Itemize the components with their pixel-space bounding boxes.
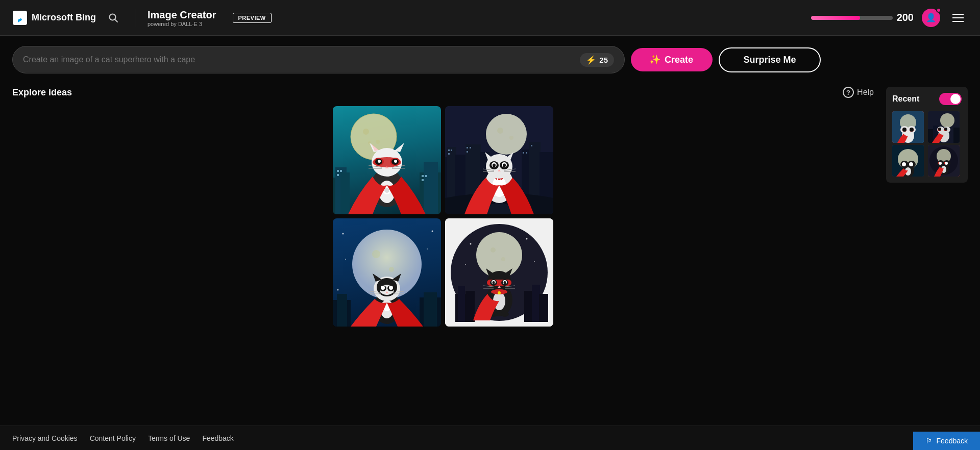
svg-rect-83 xyxy=(451,149,452,151)
help-label: Help xyxy=(857,88,874,97)
svg-point-187 xyxy=(945,162,948,165)
boost-count-area: 200 xyxy=(811,12,914,23)
svg-point-128 xyxy=(501,312,509,317)
feedback-fixed-label: Feedback xyxy=(937,437,968,445)
header: Microsoft Bing Image Creator powered by … xyxy=(0,0,980,36)
generated-image-3[interactable] xyxy=(333,218,441,327)
recent-thumb-4[interactable] xyxy=(928,145,960,177)
avatar-notification-dot xyxy=(936,8,941,13)
recent-label: Recent xyxy=(892,94,919,104)
user-avatar[interactable]: 👤 xyxy=(922,9,940,27)
bing-logo-icon xyxy=(12,10,28,26)
help-link-button[interactable]: ? Help xyxy=(843,87,874,98)
lightning-icon: ⚡ xyxy=(586,55,596,65)
main-content: Explore ideas ? Help xyxy=(0,79,980,335)
svg-rect-11 xyxy=(337,170,339,172)
svg-point-116 xyxy=(526,238,528,240)
recent-thumb-2[interactable] xyxy=(928,111,960,143)
svg-rect-82 xyxy=(448,149,450,151)
svg-line-2 xyxy=(115,19,117,22)
create-button[interactable]: ✨ Create xyxy=(631,48,713,71)
recent-thumb-2-svg xyxy=(928,111,960,143)
image-creator-branding: Image Creator powered by DALL·E 3 xyxy=(148,9,216,27)
feedback-footer-link[interactable]: Feedback xyxy=(202,434,241,442)
svg-rect-17 xyxy=(425,175,427,177)
generated-image-1[interactable] xyxy=(333,106,441,214)
svg-rect-12 xyxy=(340,170,342,172)
svg-point-5 xyxy=(363,129,369,135)
svg-point-64 xyxy=(389,286,393,290)
recent-thumb-4-svg xyxy=(928,145,960,177)
svg-point-113 xyxy=(491,247,496,253)
svg-point-176 xyxy=(909,162,913,166)
search-section: ⚡ 25 ✨ Create Surprise Me xyxy=(0,36,980,79)
svg-point-73 xyxy=(509,136,513,140)
recent-thumb-3-svg xyxy=(892,145,924,177)
bing-brand-text: Microsoft Bing xyxy=(32,12,96,23)
svg-rect-13 xyxy=(337,174,339,176)
svg-point-114 xyxy=(501,257,505,261)
generated-image-4[interactable] xyxy=(445,218,553,327)
svg-rect-15 xyxy=(424,162,438,214)
content-policy-link[interactable]: Content Policy xyxy=(90,434,144,442)
powered-by-label: powered by DALL·E 3 xyxy=(148,21,216,27)
preview-badge-button[interactable]: PREVIEW xyxy=(233,13,272,23)
svg-point-186 xyxy=(939,162,942,165)
create-button-icon: ✨ xyxy=(649,54,660,65)
terms-of-use-link[interactable]: Terms of Use xyxy=(148,434,198,442)
svg-point-32 xyxy=(378,160,381,163)
menu-hamburger-button[interactable] xyxy=(948,10,968,26)
svg-point-40 xyxy=(372,250,380,258)
svg-rect-84 xyxy=(448,153,450,155)
cat-image-1-svg xyxy=(333,106,441,214)
svg-rect-123 xyxy=(532,285,540,322)
svg-point-117 xyxy=(465,264,466,265)
help-circle-icon: ? xyxy=(843,87,854,98)
svg-rect-86 xyxy=(470,147,471,148)
explore-title: Explore ideas xyxy=(12,87,72,98)
search-icon-button[interactable] xyxy=(104,9,122,27)
svg-point-141 xyxy=(498,291,501,294)
boost-bar-fill xyxy=(811,16,860,20)
svg-point-104 xyxy=(503,164,506,167)
privacy-cookies-link[interactable]: Privacy and Cookies xyxy=(12,434,86,442)
feedback-fixed-button[interactable]: 🏳 Feedback xyxy=(913,432,980,450)
svg-point-41 xyxy=(389,267,394,272)
recent-toggle[interactable] xyxy=(939,93,962,105)
create-button-label: Create xyxy=(665,55,693,65)
recent-section: Recent xyxy=(886,87,968,183)
svg-point-175 xyxy=(902,162,906,166)
svg-rect-48 xyxy=(337,294,347,327)
svg-rect-87 xyxy=(467,151,468,153)
svg-point-154 xyxy=(910,128,914,132)
surprise-me-button[interactable]: Surprise Me xyxy=(719,47,821,72)
recent-thumb-1[interactable] xyxy=(892,111,924,143)
generated-image-2[interactable] xyxy=(445,106,553,214)
svg-point-165 xyxy=(938,128,941,131)
footer: Privacy and Cookies Content Policy Terms… xyxy=(0,426,980,450)
svg-point-6 xyxy=(376,140,380,144)
svg-rect-18 xyxy=(422,179,424,181)
cat-image-3-svg xyxy=(333,218,441,327)
cat-image-4-svg xyxy=(445,218,553,327)
toggle-knob xyxy=(950,94,961,104)
bing-logo[interactable]: Microsoft Bing xyxy=(12,10,96,26)
svg-point-71 xyxy=(486,114,527,155)
hamburger-line-3 xyxy=(952,21,964,22)
recent-thumbnails-grid xyxy=(892,111,962,177)
svg-rect-10 xyxy=(340,172,350,214)
image-grid xyxy=(12,106,874,327)
cat-image-2-svg xyxy=(445,106,553,214)
svg-rect-124 xyxy=(539,294,548,322)
search-boost-number: 25 xyxy=(599,56,608,64)
svg-point-138 xyxy=(504,281,506,284)
image-col-right xyxy=(445,106,553,327)
search-input[interactable] xyxy=(23,55,580,64)
image-creator-title: Image Creator xyxy=(148,9,216,21)
svg-rect-50 xyxy=(424,292,437,327)
svg-point-43 xyxy=(432,231,433,232)
svg-rect-89 xyxy=(526,152,527,154)
recent-thumb-3[interactable] xyxy=(892,145,924,177)
boost-indicator[interactable]: ⚡ 25 xyxy=(580,53,614,67)
svg-rect-121 xyxy=(465,291,475,322)
